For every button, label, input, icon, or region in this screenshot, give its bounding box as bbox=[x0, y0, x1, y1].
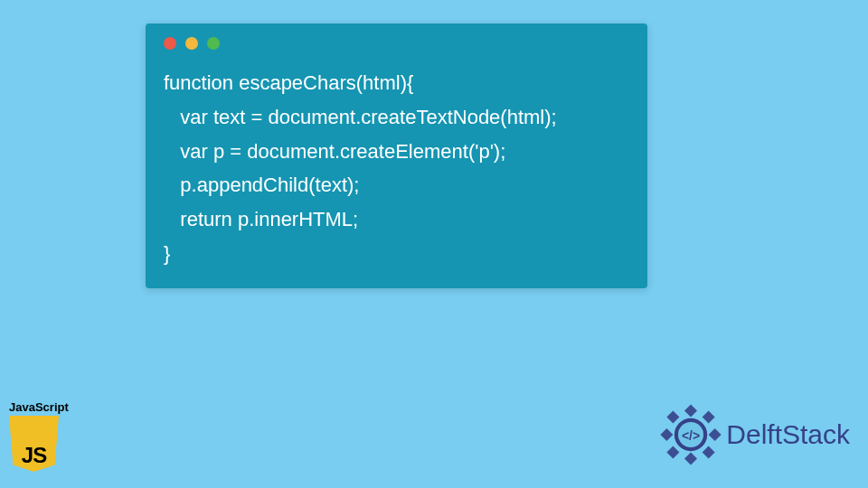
svg-marker-0 bbox=[684, 404, 697, 417]
javascript-logo-text: JS bbox=[22, 443, 46, 468]
svg-marker-6 bbox=[661, 428, 674, 441]
javascript-logo-icon: JS bbox=[9, 416, 59, 472]
code-line: var text = document.createTextNode(html)… bbox=[164, 106, 557, 128]
svg-marker-2 bbox=[709, 428, 722, 441]
svg-marker-1 bbox=[703, 410, 715, 423]
close-icon bbox=[164, 37, 176, 50]
svg-text:</>: </> bbox=[682, 428, 700, 443]
svg-marker-5 bbox=[667, 446, 680, 459]
minimize-icon bbox=[185, 37, 198, 50]
code-line: p.appendChild(text); bbox=[164, 174, 359, 196]
maximize-icon bbox=[207, 37, 220, 50]
code-line: return p.innerHTML; bbox=[164, 208, 358, 230]
javascript-badge: JavaScript JS bbox=[9, 400, 72, 472]
svg-marker-4 bbox=[684, 453, 697, 465]
delftstack-brand: </> DelftStack bbox=[659, 403, 850, 466]
code-block: function escapeChars(html){ var text = d… bbox=[146, 50, 647, 271]
delftstack-logo-icon: </> bbox=[659, 403, 722, 466]
svg-marker-7 bbox=[667, 410, 680, 423]
code-window: function escapeChars(html){ var text = d… bbox=[146, 23, 647, 288]
javascript-label: JavaScript bbox=[9, 400, 72, 414]
window-controls bbox=[146, 23, 647, 50]
delftstack-name: DelftStack bbox=[726, 419, 850, 450]
svg-marker-3 bbox=[703, 446, 715, 459]
code-line: var p = document.createElement('p'); bbox=[164, 140, 505, 163]
code-line: } bbox=[164, 242, 170, 265]
code-line: function escapeChars(html){ bbox=[164, 71, 413, 94]
